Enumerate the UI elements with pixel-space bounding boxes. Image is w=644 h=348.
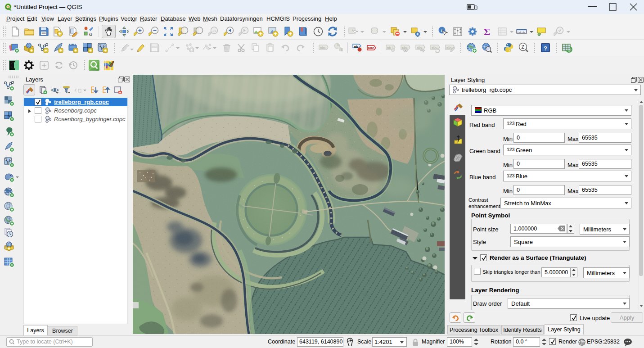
svg-text:a: a — [89, 31, 92, 36]
svg-text:abc: abc — [446, 45, 452, 50]
svg-text:ab: ab — [387, 45, 391, 50]
svg-text:abc: abc — [320, 45, 326, 50]
svg-text:i: i — [441, 27, 442, 33]
svg-text:abc: abc — [417, 45, 423, 50]
svg-text:Z: Z — [522, 44, 525, 50]
svg-text:ε: ε — [75, 86, 77, 93]
svg-text:ab: ab — [354, 45, 358, 49]
svg-text:Σ: Σ — [484, 26, 490, 37]
svg-text:abc: abc — [368, 46, 374, 50]
svg-text:1:1: 1:1 — [212, 29, 217, 32]
svg-text:?: ? — [544, 45, 547, 52]
svg-text:abc: abc — [432, 45, 437, 50]
